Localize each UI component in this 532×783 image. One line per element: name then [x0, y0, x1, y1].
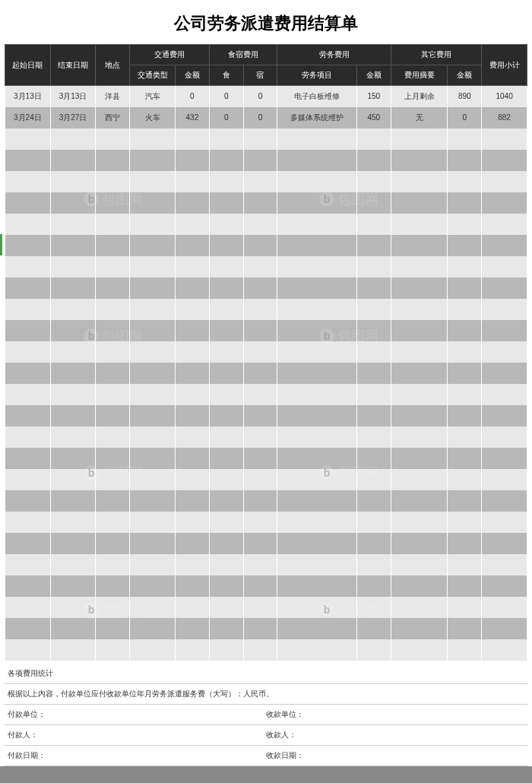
empty-cell [448, 299, 482, 320]
empty-cell [391, 171, 448, 192]
empty-cell [5, 299, 51, 320]
empty-cell [277, 448, 357, 469]
empty-cell [5, 575, 51, 597]
header-labor-amount: 金额 [356, 65, 391, 86]
empty-cell [356, 554, 391, 575]
empty-cell [5, 597, 51, 618]
empty-cell [448, 533, 482, 554]
empty-cell [96, 597, 130, 618]
empty-cell [448, 235, 482, 256]
cell-labor_amount: 150 [356, 86, 391, 107]
table-row-empty [5, 277, 527, 299]
empty-cell [96, 214, 130, 235]
empty-cell [176, 277, 210, 299]
empty-cell [243, 320, 277, 341]
empty-cell [130, 448, 176, 469]
empty-cell [243, 341, 277, 363]
footer-payee-unit: 收款单位： [266, 709, 524, 720]
empty-cell [5, 320, 51, 341]
empty-cell [176, 597, 210, 618]
header-other-amount: 金额 [448, 65, 482, 86]
table-row-empty [5, 405, 527, 426]
empty-cell [448, 384, 482, 405]
table-row-empty [5, 363, 527, 384]
empty-cell [209, 469, 243, 490]
empty-cell [176, 192, 210, 214]
empty-cell [448, 214, 482, 235]
empty-cell [391, 405, 448, 426]
empty-cell [130, 256, 176, 277]
empty-cell [130, 341, 176, 363]
empty-cell [356, 214, 391, 235]
empty-cell [482, 405, 527, 426]
empty-cell [243, 192, 277, 214]
empty-cell [243, 384, 277, 405]
empty-cell [5, 128, 51, 150]
empty-cell [243, 533, 277, 554]
empty-cell [277, 363, 357, 384]
table-row-empty [5, 341, 527, 363]
empty-cell [5, 235, 51, 256]
empty-cell [176, 618, 210, 639]
empty-cell [243, 405, 277, 426]
empty-cell [448, 618, 482, 639]
cell-transport_amount: 0 [176, 86, 210, 107]
empty-cell [5, 192, 51, 214]
cell-transport_type: 火车 [130, 107, 176, 128]
empty-cell [130, 363, 176, 384]
empty-cell [391, 341, 448, 363]
empty-cell [482, 299, 527, 320]
empty-cell [448, 448, 482, 469]
empty-cell [130, 320, 176, 341]
empty-cell [243, 597, 277, 618]
empty-cell [482, 384, 527, 405]
empty-cell [50, 554, 96, 575]
header-other: 其它费用 [391, 45, 481, 65]
empty-cell [130, 618, 176, 639]
empty-cell [277, 490, 357, 512]
empty-cell [96, 384, 130, 405]
empty-cell [277, 469, 357, 490]
empty-cell [448, 171, 482, 192]
empty-cell [50, 469, 96, 490]
empty-cell [391, 426, 448, 448]
empty-cell [5, 384, 51, 405]
empty-cell [391, 597, 448, 618]
empty-cell [130, 533, 176, 554]
empty-cell [176, 426, 210, 448]
empty-cell [96, 575, 130, 597]
empty-cell [209, 512, 243, 533]
footer-payer-unit: 付款单位： [8, 709, 266, 720]
empty-cell [482, 192, 527, 214]
empty-cell [209, 341, 243, 363]
empty-cell [448, 192, 482, 214]
empty-cell [277, 277, 357, 299]
empty-cell [50, 448, 96, 469]
empty-cell [482, 533, 527, 554]
cell-labor_item: 电子白板维修 [277, 86, 357, 107]
table-row: 3月13日3月13日洋县汽车000电子白板维修150上月剩余8901040 [5, 86, 527, 107]
empty-cell [96, 299, 130, 320]
empty-cell [176, 214, 210, 235]
empty-cell [96, 618, 130, 639]
cell-stay: 0 [243, 107, 277, 128]
empty-cell [243, 426, 277, 448]
table-row-empty [5, 448, 527, 469]
empty-cell [482, 150, 527, 171]
empty-cell [356, 469, 391, 490]
empty-cell [130, 192, 176, 214]
empty-cell [96, 128, 130, 150]
empty-cell [130, 405, 176, 426]
empty-cell [277, 320, 357, 341]
empty-cell [448, 597, 482, 618]
empty-cell [96, 490, 130, 512]
empty-cell [130, 277, 176, 299]
empty-cell [356, 512, 391, 533]
empty-cell [209, 150, 243, 171]
empty-cell [243, 639, 277, 661]
empty-cell [243, 214, 277, 235]
empty-cell [482, 277, 527, 299]
empty-cell [243, 490, 277, 512]
empty-cell [209, 277, 243, 299]
empty-cell [176, 341, 210, 363]
